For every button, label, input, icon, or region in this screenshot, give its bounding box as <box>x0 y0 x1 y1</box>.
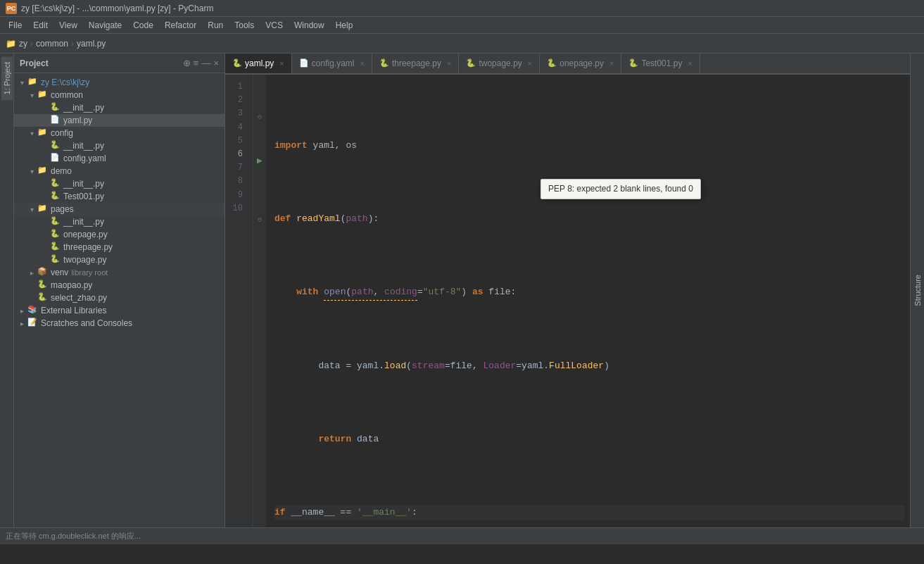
tab-close-test001[interactable]: × <box>688 59 692 68</box>
expand-arrow-pages: ▾ <box>27 206 37 213</box>
py-icon-maopao: 🐍 <box>37 280 48 291</box>
tab-yaml-py[interactable]: 🐍 yaml.py × <box>225 54 292 75</box>
menu-vcs[interactable]: VCS <box>260 18 289 32</box>
title-text: zy [E:\cs\kj\zy] - ...\common\yaml.py [z… <box>21 4 213 13</box>
tab-close-twopage[interactable]: × <box>528 59 532 68</box>
code-line-5: return data <box>274 432 904 447</box>
tab-test001[interactable]: 🐍 Test001.py × <box>621 54 700 73</box>
project-settings-icon[interactable]: ≡ <box>194 58 199 68</box>
breadcrumb-zy[interactable]: zy <box>19 39 27 49</box>
tab-label-threepage: threepage.py <box>392 58 441 68</box>
gutter-8 <box>253 183 266 198</box>
yaml-py-icon: 📄 <box>49 115 61 126</box>
tab-config-yaml[interactable]: 📄 config.yaml × <box>292 54 372 73</box>
status-left: 正在等待 cm.g.doubleclick.net 的响应... <box>6 531 918 541</box>
code-content[interactable]: import yaml, os def readYaml(path): with… <box>266 75 910 527</box>
tree-item-onepage[interactable]: 🐍 onepage.py <box>14 228 224 241</box>
label-venv-suffix: library root <box>71 268 108 277</box>
tree-item-maopao[interactable]: 🐍 maopao.py <box>14 279 224 292</box>
gutter: ⊖ ▶ ⊖ <box>253 75 266 527</box>
tree-item-twopage[interactable]: 🐍 twopage.py <box>14 253 224 266</box>
tab-icon-threepage: 🐍 <box>379 58 389 68</box>
structure-tab-label[interactable]: Structure <box>912 269 923 312</box>
project-panel-header: Project ⊕ ≡ — × <box>14 54 224 73</box>
gutter-6[interactable]: ▶ <box>253 153 266 168</box>
fn-readYaml: readYaml <box>296 212 340 227</box>
tree-item-init-common[interactable]: 🐍 __init__.py <box>14 101 224 114</box>
fold-marker-3[interactable]: ⊖ <box>258 113 262 121</box>
menu-code[interactable]: Code <box>127 18 159 32</box>
fn-load: load <box>384 359 406 374</box>
menu-run[interactable]: Run <box>202 18 229 32</box>
ln-5: 5 <box>225 134 248 148</box>
code-editor[interactable]: 1 2 3 4 5 6 7 8 9 10 ⊖ <box>225 75 910 527</box>
tab-label-twopage: twopage.py <box>479 58 521 68</box>
menu-window[interactable]: Window <box>289 18 330 32</box>
menu-navigate[interactable]: Navigate <box>83 18 127 32</box>
tab-icon-config-yaml: 📄 <box>299 58 309 68</box>
breadcrumb-sep1: › <box>30 39 33 49</box>
menu-edit[interactable]: Edit <box>27 18 53 32</box>
param-loader: Loader <box>483 359 516 374</box>
kw-with: with <box>296 285 318 301</box>
project-collapse-icon[interactable]: — <box>201 58 210 68</box>
run-button-6[interactable]: ▶ <box>257 155 262 166</box>
fold-marker-10[interactable]: ⊖ <box>258 215 262 224</box>
py-icon-init3: 🐍 <box>49 178 61 189</box>
tree-item-ext-libraries[interactable]: ▸ 📚 External Libraries <box>14 304 224 317</box>
folder-icon-zy: 📁 <box>27 77 38 88</box>
gutter-7 <box>253 168 266 183</box>
tab-onepage[interactable]: 🐍 onepage.py × <box>540 54 621 73</box>
menu-tools[interactable]: Tools <box>229 18 260 32</box>
project-tab[interactable]: 1: Project <box>1 56 13 100</box>
ln-9: 9 <box>225 189 248 202</box>
tooltip-text: PEP 8: expected 2 blank lines, found 0 <box>548 184 693 194</box>
project-header-icons: ⊕ ≡ — × <box>183 58 219 68</box>
label-common: common <box>51 90 83 100</box>
py-icon-init4: 🐍 <box>49 216 61 227</box>
tab-close-yaml-py[interactable]: × <box>279 59 284 68</box>
tree-item-zy-root[interactable]: ▾ 📁 zy E:\cs\kj\zy <box>14 76 224 89</box>
tab-close-onepage[interactable]: × <box>609 59 614 68</box>
tree-item-config-yaml[interactable]: 📄 config.yaml <box>14 152 224 165</box>
param-path: path <box>346 212 367 227</box>
menu-refactor[interactable]: Refactor <box>159 18 202 32</box>
menu-help[interactable]: Help <box>330 18 359 32</box>
gutter-9 <box>253 197 266 212</box>
tree-item-scratches[interactable]: ▸ 📝 Scratches and Consoles <box>14 317 224 330</box>
tree-item-venv[interactable]: ▸ 📦 venv library root <box>14 266 224 279</box>
tree-item-yaml-py[interactable]: 📄 yaml.py <box>14 114 224 127</box>
breadcrumb-file[interactable]: yaml.py <box>77 39 106 49</box>
menu-file[interactable]: File <box>3 18 27 32</box>
label-init-demo: __init__.py <box>63 179 104 189</box>
tree-item-init-pages[interactable]: 🐍 __init__.py <box>14 215 224 228</box>
tree-item-threepage[interactable]: 🐍 threepage.py <box>14 241 224 253</box>
tree-item-test001[interactable]: 🐍 Test001.py <box>14 190 224 203</box>
tab-icon-test001: 🐍 <box>628 58 638 68</box>
tab-close-config-yaml[interactable]: × <box>360 59 364 68</box>
structure-tab-strip[interactable]: Structure <box>910 54 924 527</box>
label-config: config <box>51 128 73 138</box>
tab-twopage[interactable]: 🐍 twopage.py × <box>459 54 540 73</box>
tree-item-select-zhao[interactable]: 🐍 select_zhao.py <box>14 292 224 304</box>
menu-view[interactable]: View <box>53 18 83 32</box>
tree-item-config[interactable]: ▾ 📁 config <box>14 127 224 139</box>
tree-item-init-config[interactable]: 🐍 __init__.py <box>14 139 224 152</box>
label-pages: pages <box>51 204 74 214</box>
project-tree: ▾ 📁 zy E:\cs\kj\zy ▾ 📁 common 🐍 __init__… <box>14 73 224 527</box>
tree-item-pages[interactable]: ▾ 📁 pages <box>14 203 224 215</box>
gutter-10: ⊖ <box>253 212 266 227</box>
code-line-4: data = yaml.load(stream=file, Loader=yam… <box>274 359 904 374</box>
tree-item-demo[interactable]: ▾ 📁 demo <box>14 165 224 177</box>
tab-close-threepage[interactable]: × <box>447 59 451 68</box>
breadcrumb-common[interactable]: common <box>36 39 68 49</box>
tab-threepage[interactable]: 🐍 threepage.py × <box>372 54 460 73</box>
code-line-3: with open(path, coding="utf-8") as file: <box>274 285 904 301</box>
project-close-icon[interactable]: × <box>213 58 219 68</box>
kw-return: return <box>318 432 351 447</box>
tree-item-common[interactable]: ▾ 📁 common <box>14 89 224 101</box>
project-locate-icon[interactable]: ⊕ <box>183 58 191 68</box>
py-icon-init1: 🐍 <box>49 102 61 113</box>
tab-icon-yaml-py: 🐍 <box>232 58 242 68</box>
tree-item-init-demo[interactable]: 🐍 __init__.py <box>14 177 224 190</box>
